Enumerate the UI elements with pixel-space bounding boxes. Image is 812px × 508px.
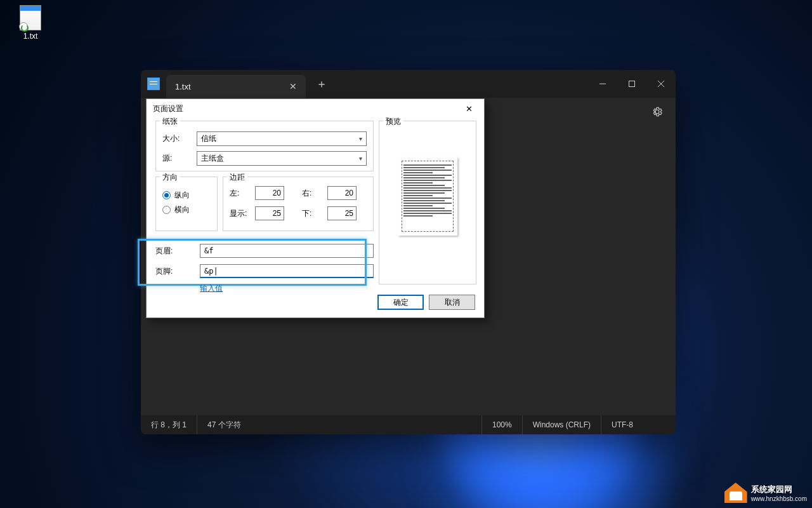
house-icon — [724, 483, 747, 503]
paper-source-value: 主纸盒 — [201, 153, 224, 164]
minimize-icon — [599, 81, 606, 87]
status-bar: 行 8，列 1 47 个字符 100% Windows (CRLF) UTF-8 — [141, 415, 676, 434]
paper-source-label: 源: — [162, 153, 197, 164]
margin-bottom-label: 下: — [302, 208, 324, 219]
paper-legend: 纸张 — [160, 116, 180, 127]
desktop-file-icon[interactable]: 1.txt — [13, 5, 48, 41]
sync-badge-icon — [19, 22, 28, 31]
maximize-button[interactable] — [617, 70, 646, 98]
watermark: 系统家园网 www.hnzkhbsb.com — [724, 483, 807, 503]
paper-source-combo[interactable]: 主纸盒 ▾ — [197, 151, 367, 166]
titlebar[interactable]: 1.txt ✕ ＋ — [141, 70, 676, 98]
dialog-title: 页面设置 — [153, 104, 183, 114]
footer-label: 页脚: — [155, 266, 200, 277]
margin-left-label: 左: — [230, 188, 251, 199]
orientation-group: 方向 纵向 横向 — [155, 177, 218, 231]
paper-size-label: 大小: — [162, 133, 197, 144]
orientation-landscape-label: 横向 — [174, 204, 190, 215]
orientation-portrait-radio[interactable]: 纵向 — [162, 190, 211, 201]
cancel-button[interactable]: 取消 — [429, 295, 475, 310]
status-encoding[interactable]: UTF-8 — [601, 415, 676, 434]
chevron-down-icon: ▾ — [359, 155, 362, 162]
status-charcount: 47 个字符 — [197, 415, 251, 434]
status-zoom[interactable]: 100% — [481, 415, 522, 434]
maximize-icon — [629, 81, 635, 87]
preview-legend: 预览 — [383, 116, 403, 127]
notepad-app-icon — [147, 77, 160, 90]
tab-close-icon[interactable]: ✕ — [289, 81, 297, 91]
close-icon — [658, 81, 664, 87]
header-label: 页眉: — [155, 246, 200, 257]
margin-right-label: 右: — [302, 188, 324, 199]
margin-right-input[interactable] — [327, 186, 357, 200]
radio-checked-icon — [162, 191, 171, 199]
margin-bottom-input[interactable] — [327, 206, 357, 220]
tab-title: 1.txt — [175, 82, 191, 91]
paper-size-value: 信纸 — [201, 133, 216, 144]
ok-button[interactable]: 确定 — [377, 295, 424, 310]
margin-legend: 边距 — [227, 172, 247, 183]
settings-button[interactable] — [646, 101, 668, 123]
orientation-legend: 方向 — [160, 172, 180, 183]
new-tab-button[interactable]: ＋ — [306, 76, 337, 91]
header-input[interactable] — [200, 244, 374, 258]
input-values-link[interactable]: 输入值 — [200, 283, 223, 294]
dialog-titlebar[interactable]: 页面设置 ✕ — [147, 99, 484, 118]
tab-active[interactable]: 1.txt ✕ — [166, 75, 306, 98]
orientation-portrait-label: 纵向 — [174, 190, 190, 201]
footer-input[interactable] — [200, 264, 374, 278]
minimize-button[interactable] — [588, 70, 617, 98]
chevron-down-icon: ▾ — [359, 135, 362, 142]
status-line-ending[interactable]: Windows (CRLF) — [522, 415, 601, 434]
radio-unchecked-icon — [162, 206, 171, 214]
paper-size-combo[interactable]: 信纸 ▾ — [197, 131, 367, 146]
margin-top-label: 显示: — [230, 208, 251, 219]
preview-page — [398, 157, 457, 236]
watermark-name: 系统家园网 — [751, 485, 792, 494]
margin-left-input[interactable] — [255, 186, 284, 200]
watermark-url: www.hnzkhbsb.com — [751, 495, 807, 502]
margin-group: 边距 左: 右: 显示: 下: — [223, 177, 374, 231]
status-position: 行 8，列 1 — [141, 415, 197, 434]
textfile-icon — [20, 5, 41, 30]
dialog-close-button[interactable]: ✕ — [461, 102, 478, 116]
paper-group: 纸张 大小: 信纸 ▾ 源: 主纸盒 ▾ — [155, 121, 374, 171]
preview-group: 预览 — [379, 121, 476, 284]
orientation-landscape-radio[interactable]: 横向 — [162, 204, 211, 215]
page-setup-dialog: 页面设置 ✕ 纸张 大小: 信纸 ▾ 源: 主纸盒 ▾ 预览 — [146, 98, 485, 318]
svg-rect-1 — [629, 81, 635, 87]
desktop-file-label: 1.txt — [13, 32, 48, 41]
margin-top-input[interactable] — [255, 206, 284, 220]
gear-icon — [652, 106, 663, 117]
window-close-button[interactable] — [646, 70, 676, 98]
